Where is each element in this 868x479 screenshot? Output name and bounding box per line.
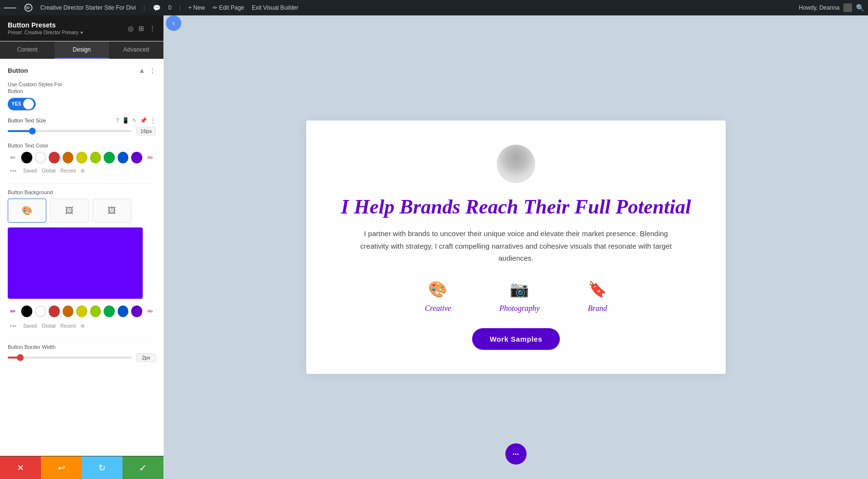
- bg-swatch-pencil[interactable]: ✏: [145, 306, 156, 317]
- slider-track[interactable]: [8, 130, 132, 132]
- field-icons: ? 📱 ↖ 📌 ⋮: [116, 117, 156, 124]
- save-icon: ✓: [139, 462, 147, 474]
- swatch-blue[interactable]: [118, 152, 128, 163]
- bg-swatch-red[interactable]: [49, 306, 59, 317]
- left-panel: Button Presets Preset: Creative Director…: [0, 15, 164, 479]
- help-icon[interactable]: ?: [116, 117, 119, 124]
- swatch-white[interactable]: [35, 152, 46, 163]
- custom-styles-field: Use Custom Styles For Button YES: [8, 81, 156, 110]
- bg-color-picker-icon[interactable]: ✏: [8, 306, 18, 317]
- collapse-icon[interactable]: ▲: [138, 67, 145, 74]
- bg-swatch-yellow-green[interactable]: [90, 306, 101, 317]
- arrow-icon: ‹: [173, 19, 175, 27]
- swatch-black[interactable]: [21, 152, 32, 163]
- color-preview-box[interactable]: [8, 227, 143, 299]
- device-icon[interactable]: 📱: [122, 117, 129, 124]
- solid-icon: 🎨: [22, 205, 32, 216]
- image-icon: 🖼: [108, 206, 116, 216]
- cursor-icon[interactable]: ↖: [132, 117, 137, 124]
- cta-button[interactable]: Work Samples: [472, 328, 559, 350]
- creative-label: Creative: [425, 304, 451, 313]
- preset-dropdown-icon[interactable]: ▾: [81, 30, 83, 35]
- creative-icon: 🎨: [428, 280, 448, 298]
- color-gear-icon[interactable]: ⚙: [81, 168, 85, 173]
- button-bg-label: Button Background: [8, 189, 156, 196]
- new-link[interactable]: + New: [189, 4, 205, 11]
- bg-color-more-dots[interactable]: •••: [8, 320, 19, 332]
- bg-swatch-orange[interactable]: [63, 306, 73, 317]
- panel-header: Button Presets Preset: Creative Director…: [0, 15, 163, 41]
- hero-subtext: I partner with brands to uncover their u…: [352, 227, 680, 265]
- icon-item-creative: 🎨 Creative: [425, 280, 451, 313]
- swatch-purple[interactable]: [131, 152, 142, 163]
- panel-header-icons: ◎ ⊞ ⋮: [128, 25, 156, 32]
- bg-gradient-option[interactable]: 🖼: [50, 199, 89, 223]
- target-icon[interactable]: ◎: [128, 25, 134, 32]
- border-slider-value[interactable]: 2px: [136, 353, 156, 362]
- section-more-icon[interactable]: ⋮: [149, 67, 156, 74]
- swatch-red[interactable]: [49, 152, 59, 163]
- brand-icon: 🔖: [588, 280, 607, 298]
- bg-color-gear-icon[interactable]: ⚙: [81, 323, 85, 329]
- panel-toggle-arrow[interactable]: ‹: [166, 15, 181, 31]
- comments-count: 0: [168, 4, 172, 11]
- fab-button[interactable]: •••: [505, 443, 527, 465]
- tab-advanced[interactable]: Advanced: [109, 41, 163, 59]
- preview-area: I Help Brands Reach Their Full Potential…: [164, 15, 868, 479]
- bg-global-label: Global: [41, 323, 55, 329]
- bg-swatch-purple[interactable]: [131, 306, 142, 317]
- bg-swatch-yellow[interactable]: [76, 306, 87, 317]
- recent-label: Recent: [60, 168, 76, 173]
- color-more-dots[interactable]: •••: [8, 165, 19, 177]
- text-size-slider: 16px: [8, 127, 156, 135]
- search-icon[interactable]: 🔍: [856, 4, 864, 12]
- bg-color-swatches: ✏ ✏: [8, 306, 156, 317]
- cancel-button[interactable]: ✕: [0, 456, 41, 479]
- cancel-icon: ✕: [17, 463, 24, 473]
- bg-recent-label: Recent: [60, 323, 76, 329]
- wordpress-icon: W: [24, 3, 33, 12]
- bg-color-meta: Saved Global Recent ⚙: [23, 323, 85, 329]
- gradient-icon: 🖼: [65, 206, 74, 216]
- edit-page-link[interactable]: ✏ Edit Page: [213, 4, 244, 11]
- more-icon[interactable]: ⋮: [149, 25, 156, 32]
- swatch-yellow[interactable]: [76, 152, 87, 163]
- more-field-icon[interactable]: ⋮: [150, 117, 156, 124]
- bg-swatch-blue[interactable]: [118, 306, 128, 317]
- custom-styles-toggle[interactable]: YES: [8, 98, 36, 110]
- swatch-orange[interactable]: [63, 152, 73, 163]
- border-slider-track[interactable]: [8, 357, 132, 359]
- swatch-green[interactable]: [104, 152, 114, 163]
- wp-logo[interactable]: ──: [4, 3, 16, 13]
- bg-solid-option[interactable]: 🎨: [8, 199, 46, 223]
- tab-content[interactable]: Content: [0, 41, 54, 59]
- saved-label: Saved: [23, 168, 37, 173]
- photography-label: Photography: [499, 304, 540, 313]
- site-name[interactable]: Creative Director Starter Site For Divi: [41, 4, 136, 11]
- swatch-yellow-green[interactable]: [90, 152, 101, 163]
- color-picker-icon[interactable]: ✏: [8, 152, 18, 163]
- color-meta: Saved Global Recent ⚙: [23, 168, 85, 173]
- bg-swatch-black[interactable]: [21, 306, 32, 317]
- howdy-label: Howdy, Deanna: [799, 4, 840, 11]
- grid-icon[interactable]: ⊞: [138, 25, 144, 32]
- divider-1: [8, 184, 156, 184]
- redo-button[interactable]: ↻: [82, 456, 123, 479]
- bg-swatch-green[interactable]: [104, 306, 114, 317]
- fab-icon: •••: [513, 452, 519, 457]
- divider-2: [8, 338, 156, 339]
- swatch-pencil[interactable]: ✏: [145, 152, 156, 163]
- preset-label: Preset: Creative Director Primary ▾: [8, 30, 83, 35]
- button-text-size-label: Button Text Size: [8, 118, 112, 123]
- pin-icon[interactable]: 📌: [140, 117, 147, 124]
- redo-icon: ↻: [98, 463, 106, 473]
- tab-design[interactable]: Design: [54, 41, 109, 59]
- toggle-knob: [23, 99, 34, 109]
- undo-button[interactable]: ↩: [41, 456, 82, 479]
- exit-builder-link[interactable]: Exit Visual Builder: [252, 4, 298, 11]
- section-title: Button: [8, 67, 28, 74]
- bg-image-option[interactable]: 🖼: [93, 199, 131, 223]
- bg-swatch-white[interactable]: [35, 306, 46, 317]
- slider-value[interactable]: 16px: [136, 127, 156, 135]
- save-button[interactable]: ✓: [122, 456, 163, 479]
